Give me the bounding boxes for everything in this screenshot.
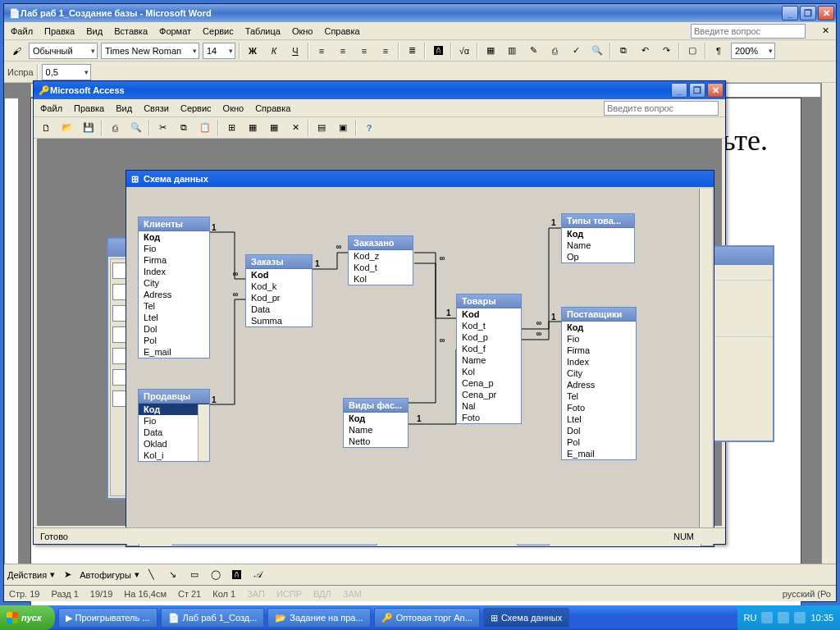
table-field[interactable]: E_mail	[562, 448, 636, 459]
word-doc-close-button[interactable]: ✕	[822, 25, 829, 36]
table-field[interactable]: Dol	[562, 425, 636, 436]
border-button[interactable]: ▢	[683, 42, 701, 60]
access-menu-edit[interactable]: Правка	[74, 103, 104, 113]
select-tool-icon[interactable]: ➤	[58, 566, 76, 584]
arrow-tool-icon[interactable]: ↘	[164, 566, 182, 584]
table-field[interactable]: Index	[139, 266, 209, 277]
new-button[interactable]	[37, 119, 55, 137]
taskbar-app-wmp[interactable]: ▶ Проигрыватель ...	[58, 608, 158, 628]
underline-button[interactable]	[286, 42, 304, 60]
table-field[interactable]: Kod_t	[349, 262, 413, 273]
newobject-button[interactable]: ▤	[313, 119, 331, 137]
table-header[interactable]: Товары	[457, 294, 521, 308]
italic-button[interactable]	[265, 42, 283, 60]
table-field[interactable]: Foto	[457, 412, 521, 423]
db-window-button[interactable]: ▣	[334, 119, 352, 137]
table-field[interactable]: Pol	[562, 436, 636, 448]
line-spacing-combo[interactable]: 0,5	[42, 64, 91, 80]
table-field[interactable]: Fio	[562, 333, 636, 345]
autoshapes-menu[interactable]: Автофигуры	[80, 570, 131, 580]
print-button[interactable]	[546, 42, 564, 60]
table-field[interactable]: Firma	[562, 345, 636, 356]
table-prodavcy[interactable]: Продавцы КодFioDataOkladKol_i	[138, 389, 210, 462]
align-justify-button[interactable]	[377, 42, 395, 60]
zoom-combo[interactable]: 200%	[731, 43, 775, 59]
table-field[interactable]: Код	[139, 231, 209, 243]
wordart-tool-icon[interactable]: 𝒜	[249, 566, 267, 584]
table-header[interactable]: Продавцы	[139, 390, 209, 404]
table-header[interactable]: Клиенты	[139, 217, 209, 231]
table-field[interactable]: Data	[246, 304, 312, 315]
access-close-button[interactable]: ✕	[707, 83, 724, 98]
schema-titlebar[interactable]: ⊞ Схема данных	[126, 171, 714, 187]
table-field[interactable]: Код	[344, 413, 408, 424]
table-field[interactable]: Ltel	[139, 312, 209, 323]
table-field[interactable]: Kod_k	[246, 281, 312, 292]
word-menu-help[interactable]: Справка	[324, 26, 359, 36]
table-header[interactable]: Виды фас...	[344, 399, 408, 413]
highlight-button[interactable]: 🅰	[429, 42, 447, 60]
word-maximize-button[interactable]: ❐	[800, 6, 816, 21]
table-field[interactable]: Tel	[139, 300, 209, 312]
table-field[interactable]: Cena_pr	[457, 389, 521, 400]
taskbar-app-access[interactable]: 🔑 Оптовая торг An...	[374, 608, 480, 628]
table-field[interactable]: Kod_t	[457, 320, 521, 331]
table-field[interactable]: Adress	[562, 379, 636, 390]
table-field[interactable]: Firma	[139, 254, 209, 266]
word-menu-format[interactable]: Формат	[159, 26, 191, 36]
table-field[interactable]: Op	[562, 251, 634, 262]
word-menu-window[interactable]: Окно	[292, 26, 313, 36]
table-field[interactable]: Name	[457, 354, 521, 366]
research-button[interactable]: 🔍	[588, 42, 606, 60]
table-zakazano[interactable]: Заказано Kod_zKod_tKol	[348, 235, 413, 285]
word-help-searchbox[interactable]	[691, 24, 806, 39]
access-menu-window[interactable]: Окно	[223, 103, 244, 113]
redo-button[interactable]	[657, 42, 675, 60]
tray-icon[interactable]	[778, 612, 789, 623]
tray-icon[interactable]	[794, 612, 806, 623]
access-menu-relations[interactable]: Связи	[144, 103, 169, 113]
showall-button[interactable]: ▦	[265, 119, 283, 137]
paste-button[interactable]	[196, 119, 214, 137]
tray-clock[interactable]: 10:35	[810, 613, 833, 623]
access-minimize-button[interactable]: _	[671, 83, 687, 98]
relations-button[interactable]	[222, 119, 240, 137]
taskbar-app-explorer[interactable]: 📂 Задание на пра...	[267, 608, 370, 628]
table-vidyfas[interactable]: Виды фас... КодNameNetto	[343, 398, 409, 448]
table-header[interactable]: Заказы	[246, 255, 312, 269]
access-menu-service[interactable]: Сервис	[180, 103, 212, 113]
drawing-actions-menu[interactable]: Действия	[7, 570, 47, 580]
table-field[interactable]: Tel	[562, 390, 636, 402]
access-menu-file[interactable]: Файл	[40, 103, 62, 113]
table-field[interactable]: Name	[562, 240, 634, 251]
tray-language[interactable]: RU	[744, 613, 757, 623]
open-button[interactable]	[58, 119, 76, 137]
table-field[interactable]: E_mail	[139, 346, 209, 358]
font-combo[interactable]: Times New Roman	[101, 43, 199, 59]
word-close-button[interactable]: ✕	[818, 6, 834, 21]
rect-tool-icon[interactable]: ▭	[185, 566, 203, 584]
table-field[interactable]: Summa	[246, 315, 312, 326]
word-minimize-button[interactable]: _	[782, 6, 798, 21]
table-field[interactable]: Код	[562, 322, 636, 333]
table-field[interactable]: Fio	[139, 243, 209, 254]
align-left-button[interactable]	[313, 42, 331, 60]
schema-canvas[interactable]: 1 ∞ 1 ∞ 1 ∞ ∞ 1 ∞ 1 ∞ 1 ∞ 1 Клиенты КодF…	[128, 189, 712, 530]
showtable-button[interactable]: ▦	[244, 119, 262, 137]
size-combo[interactable]: 14	[203, 43, 235, 59]
word-menu-table[interactable]: Таблица	[245, 26, 281, 36]
table-header[interactable]: Поставщики	[562, 308, 636, 322]
word-menu-file[interactable]: Файл	[11, 26, 33, 36]
bold-button[interactable]	[244, 42, 262, 60]
preview-button[interactable]: 🔍	[127, 119, 145, 137]
table-field[interactable]: Kol	[457, 366, 521, 377]
cut-button[interactable]	[153, 119, 171, 137]
table-button[interactable]: ▦	[482, 42, 500, 60]
table-header[interactable]: Заказано	[349, 236, 413, 250]
drawing-button[interactable]: ✎	[524, 42, 542, 60]
table-field[interactable]: Cena_p	[457, 377, 521, 389]
table-field[interactable]: Nal	[457, 400, 521, 412]
align-center-button[interactable]	[334, 42, 352, 60]
table-field[interactable]: Index	[562, 356, 636, 368]
table-field[interactable]: City	[562, 368, 636, 379]
